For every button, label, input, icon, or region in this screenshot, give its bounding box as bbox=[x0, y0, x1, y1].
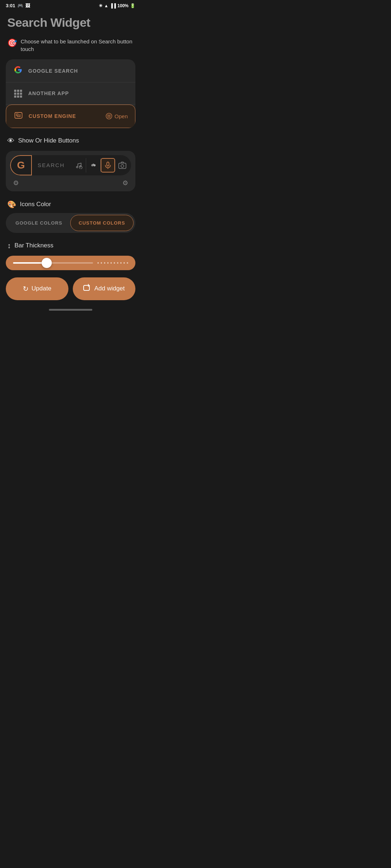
grid-icon bbox=[13, 89, 23, 98]
arrows-icon: ↕ bbox=[7, 242, 11, 250]
custom-engine-icon bbox=[13, 111, 24, 121]
g-logo-icon: G bbox=[17, 159, 25, 171]
svg-point-2 bbox=[76, 166, 78, 168]
bluetooth-icon: ✳ bbox=[99, 3, 102, 8]
status-left: 3:01 🎮 🖼 bbox=[6, 3, 30, 8]
music-search-button[interactable] bbox=[72, 158, 86, 173]
svg-point-1 bbox=[106, 113, 112, 119]
slider-dots bbox=[97, 262, 128, 264]
show-hide-section-row: 👁 Show Or Hide Buttons bbox=[0, 131, 141, 148]
custom-colors-button[interactable]: CUSTOM COLORS bbox=[70, 215, 134, 231]
slider-thumb[interactable] bbox=[42, 258, 52, 268]
slider-dot bbox=[101, 262, 102, 264]
thickness-slider-card[interactable] bbox=[6, 256, 135, 270]
update-button[interactable]: ↻ Update bbox=[6, 277, 68, 300]
slider-dot bbox=[97, 262, 99, 264]
show-hide-label: Show Or Hide Buttons bbox=[18, 137, 79, 144]
bar-thickness-section-row: ↕ Bar Thickness bbox=[0, 236, 141, 253]
google-search-label: GOOGLE SEARCH bbox=[28, 68, 128, 74]
add-widget-label: Add widget bbox=[94, 285, 125, 292]
add-widget-icon bbox=[83, 284, 91, 294]
slider-track bbox=[13, 262, 93, 264]
google-search-option[interactable]: GOOGLE SEARCH bbox=[6, 59, 135, 82]
svg-point-4 bbox=[79, 166, 82, 169]
options-card: GOOGLE SEARCH ANOTHER APP CUSTOM ENGINE bbox=[6, 59, 135, 128]
svg-rect-0 bbox=[15, 112, 22, 118]
google-icon bbox=[13, 66, 23, 76]
assistant-button[interactable] bbox=[86, 158, 101, 173]
slider-dot bbox=[123, 262, 125, 264]
slider-dot bbox=[114, 262, 115, 264]
microphone-button[interactable] bbox=[101, 158, 115, 173]
widget-preview-card: G SEARCH bbox=[6, 151, 135, 191]
status-right: ✳ ▲ ▐▐ 100% 🔋 bbox=[99, 3, 135, 8]
open-button[interactable]: Open bbox=[106, 113, 128, 119]
signal-icon: ▐▐ bbox=[110, 3, 116, 8]
svg-point-10 bbox=[121, 165, 124, 167]
slider-dot bbox=[104, 262, 105, 264]
battery-icon: 🔋 bbox=[130, 3, 135, 8]
left-gear-icon[interactable]: ⚙ bbox=[13, 179, 19, 187]
cursor-icon: 🎯 bbox=[7, 38, 17, 48]
description-row: 🎯 Choose what to be launched on Search b… bbox=[0, 33, 141, 56]
camera-button[interactable] bbox=[115, 158, 130, 173]
battery-text: 100% bbox=[117, 3, 129, 8]
photo-icon: 🖼 bbox=[25, 3, 30, 8]
svg-point-7 bbox=[92, 163, 94, 165]
search-placeholder: SEARCH bbox=[32, 162, 72, 168]
icons-color-label: Icons Color bbox=[20, 201, 51, 208]
custom-engine-option[interactable]: CUSTOM ENGINE Open bbox=[6, 105, 135, 128]
description-text: Choose what to be launched on Search but… bbox=[21, 38, 134, 53]
home-indicator bbox=[49, 309, 92, 311]
google-colors-button[interactable]: GOOGLE COLORS bbox=[8, 215, 70, 231]
update-label: Update bbox=[31, 285, 51, 292]
slider-dot bbox=[127, 262, 128, 264]
g-logo-container[interactable]: G bbox=[10, 155, 32, 175]
emoji-icon: 🎮 bbox=[17, 3, 23, 8]
open-label: Open bbox=[114, 113, 128, 119]
right-gear-icon[interactable]: ⚙ bbox=[122, 179, 128, 187]
add-widget-button[interactable]: Add widget bbox=[73, 277, 135, 300]
palette-icon: 🎨 bbox=[7, 200, 16, 209]
preview-controls: ⚙ ⚙ bbox=[10, 175, 131, 188]
time: 3:01 bbox=[6, 3, 15, 8]
refresh-icon: ↻ bbox=[23, 285, 29, 293]
icons-color-section-row: 🎨 Icons Color bbox=[0, 194, 141, 212]
wifi-icon: ▲ bbox=[104, 3, 108, 8]
another-app-option[interactable]: ANOTHER APP bbox=[6, 82, 135, 105]
status-bar: 3:01 🎮 🖼 ✳ ▲ ▐▐ 100% 🔋 bbox=[0, 0, 141, 10]
search-bar-preview: G SEARCH bbox=[10, 155, 131, 175]
bottom-buttons: ↻ Update Add widget bbox=[0, 273, 141, 306]
page-header: Search Widget bbox=[0, 10, 141, 33]
custom-engine-label: CUSTOM ENGINE bbox=[29, 113, 101, 119]
slider-dot bbox=[117, 262, 118, 264]
page-title: Search Widget bbox=[7, 16, 134, 30]
color-toggle-group: GOOGLE COLORS CUSTOM COLORS bbox=[6, 213, 135, 233]
slider-dot bbox=[120, 262, 122, 264]
another-app-label: ANOTHER APP bbox=[28, 90, 128, 96]
bar-thickness-label: Bar Thickness bbox=[14, 242, 53, 249]
slider-dot bbox=[110, 262, 112, 264]
eye-icon: 👁 bbox=[7, 137, 14, 145]
slider-dot bbox=[107, 262, 109, 264]
svg-rect-8 bbox=[107, 162, 109, 166]
